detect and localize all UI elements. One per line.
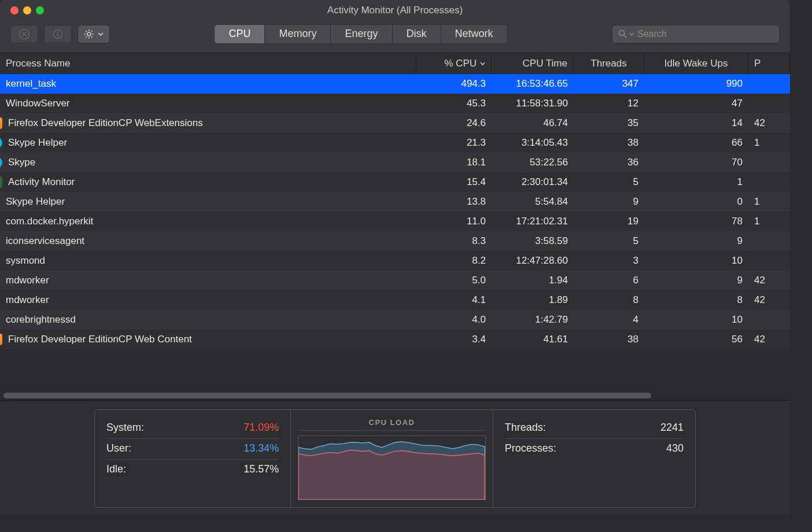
column-headers: Process Name % CPU CPU Time Threads Idle… — [0, 53, 790, 74]
tab-disk[interactable]: Disk — [393, 25, 441, 43]
idle-wakeups: 9 — [644, 235, 748, 247]
col-idle-wakeups[interactable]: Idle Wake Ups — [644, 53, 748, 73]
process-name: Skype Helper — [8, 137, 67, 149]
col-extra[interactable]: P — [748, 53, 790, 73]
window-title: Activity Monitor (All Processes) — [0, 5, 790, 16]
svg-point-6 — [87, 32, 91, 36]
tab-network[interactable]: Network — [441, 25, 507, 43]
process-name: Skype — [8, 157, 35, 168]
view-tabs: CPUMemoryEnergyDiskNetwork — [214, 24, 507, 44]
toolbar: CPUMemoryEnergyDiskNetwork — [0, 21, 790, 53]
thread-count: 4 — [574, 314, 644, 326]
quit-process-button[interactable] — [10, 25, 38, 43]
idle-wakeups: 66 — [644, 137, 748, 149]
titlebar: Activity Monitor (All Processes) — [0, 0, 790, 21]
actions-menu-button[interactable] — [77, 25, 110, 43]
chevron-down-icon — [98, 31, 104, 37]
summary-footer: System:71.09% User:13.34% Idle:15.57% CP… — [0, 400, 790, 516]
extra-col: 1 — [748, 196, 790, 208]
thread-count: 38 — [574, 334, 644, 345]
idle-wakeups: 56 — [644, 334, 748, 345]
table-row[interactable]: Firefox Developer EditionCP WebExtension… — [0, 113, 790, 133]
table-row[interactable]: WindowServer45.311:58:31.901247 — [0, 94, 790, 113]
cpu-percent: 11.0 — [416, 216, 492, 227]
am-app-icon — [0, 176, 2, 188]
table-row[interactable]: Skype Helper13.85:54.84901 — [0, 192, 790, 212]
process-name: sysmond — [6, 255, 45, 267]
extra-col: 42 — [748, 275, 790, 286]
cpu-percent: 18.1 — [416, 157, 492, 168]
stop-icon — [19, 29, 29, 39]
table-row[interactable]: kernel_task494.316:53:46.65347990 — [0, 74, 790, 94]
idle-wakeups: 9 — [644, 275, 748, 286]
thread-count: 5 — [574, 176, 644, 188]
process-name: iconservicesagent — [6, 235, 84, 247]
cpu-percent: 3.4 — [416, 334, 492, 345]
minimize-window-button[interactable] — [23, 6, 31, 14]
cpu-time: 1:42.79 — [492, 314, 574, 326]
table-row[interactable]: Skype18.153:22.563670 — [0, 153, 790, 172]
table-row[interactable]: Skype Helper21.33:14:05.4338661 — [0, 133, 790, 153]
col-cpu-time[interactable]: CPU Time — [492, 53, 574, 73]
idle-label: Idle: — [106, 463, 126, 475]
table-row[interactable]: mdworker5.01.946942 — [0, 271, 790, 290]
system-label: System: — [106, 422, 144, 434]
search-chevron-icon — [629, 32, 634, 36]
user-value: 13.34% — [243, 442, 279, 455]
process-name: mdworker — [6, 294, 49, 306]
cpu-time: 11:58:31.90 — [492, 98, 574, 109]
table-row[interactable]: Activity Monitor15.42:30:01.3451 — [0, 172, 790, 192]
col-process-name[interactable]: Process Name — [0, 53, 416, 73]
svg-line-12 — [91, 36, 93, 38]
cpu-time: 12:47:28.60 — [492, 255, 574, 267]
thread-count: 38 — [574, 137, 644, 149]
idle-wakeups: 1 — [644, 176, 748, 188]
thread-count: 19 — [574, 216, 644, 227]
table-row[interactable]: sysmond8.212:47:28.60310 — [0, 251, 790, 271]
process-name: kernel_task — [6, 78, 56, 90]
table-row[interactable]: com.docker.hyperkit11.017:21:02.3119781 — [0, 212, 790, 231]
cpu-percent: 4.1 — [416, 294, 492, 306]
cpu-time: 46.74 — [492, 117, 574, 129]
search-field[interactable] — [612, 25, 780, 43]
col-cpu-label: % CPU — [444, 58, 477, 69]
user-label: User: — [106, 442, 131, 455]
horizontal-scrollbar[interactable] — [0, 391, 790, 400]
tab-cpu[interactable]: CPU — [215, 25, 265, 43]
processes-value: 430 — [666, 442, 684, 455]
col-cpu-percent[interactable]: % CPU — [416, 53, 492, 73]
cpu-percent: 8.2 — [416, 255, 492, 267]
threads-label: Threads: — [505, 422, 546, 434]
svg-line-13 — [86, 36, 87, 38]
cpu-percent: 45.3 — [416, 98, 492, 109]
system-value: 71.09% — [243, 422, 279, 434]
idle-wakeups: 10 — [644, 314, 748, 326]
info-icon — [53, 29, 63, 39]
cpu-time: 17:21:02.31 — [492, 216, 574, 227]
gear-icon — [84, 29, 94, 39]
zoom-window-button[interactable] — [36, 6, 44, 14]
svg-line-11 — [86, 31, 87, 32]
idle-wakeups: 8 — [644, 294, 748, 306]
cpu-time: 1.94 — [492, 275, 574, 286]
idle-wakeups: 78 — [644, 216, 748, 227]
close-window-button[interactable] — [10, 6, 19, 14]
col-threads[interactable]: Threads — [574, 53, 644, 73]
thread-count: 6 — [574, 275, 644, 286]
table-row[interactable]: Firefox Developer EditionCP Web Content3… — [0, 330, 790, 349]
cpu-time: 16:53:46.65 — [492, 78, 574, 90]
scrollbar-thumb[interactable] — [3, 393, 651, 398]
table-row[interactable]: iconservicesagent8.33:58.5959 — [0, 231, 790, 251]
thread-count: 12 — [574, 98, 644, 109]
table-row[interactable]: mdworker4.11.898842 — [0, 290, 790, 310]
thread-count: 5 — [574, 235, 644, 247]
cpu-percent: 15.4 — [416, 176, 492, 188]
skype-app-icon — [0, 137, 2, 149]
search-input[interactable] — [637, 29, 773, 39]
table-row[interactable]: corebrightnessd4.01:42.79410 — [0, 310, 790, 330]
tab-energy[interactable]: Energy — [331, 25, 392, 43]
cpu-time: 3:58.59 — [492, 235, 574, 247]
cpu-time: 1.89 — [492, 294, 574, 306]
inspect-process-button[interactable] — [44, 25, 72, 43]
tab-memory[interactable]: Memory — [265, 25, 331, 43]
